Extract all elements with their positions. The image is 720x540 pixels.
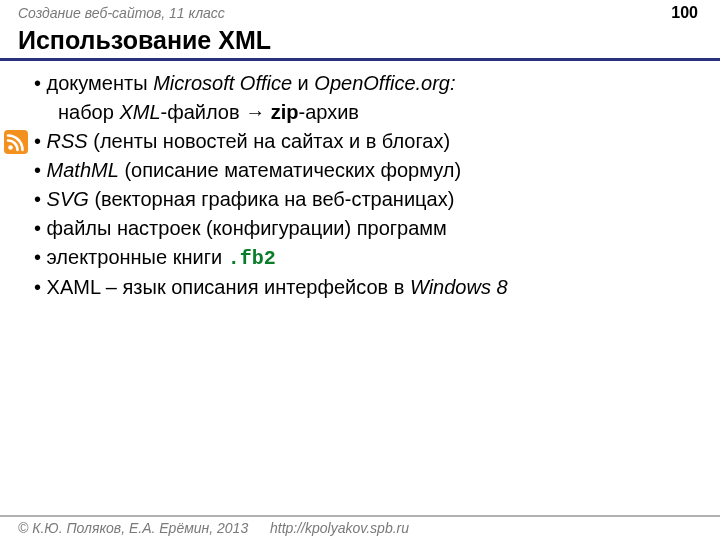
text-italic: Windows 8 — [410, 276, 508, 298]
text-italic: OpenOffice.org: — [314, 72, 455, 94]
bullet-7: XAML – язык описания интерфейсов в Windo… — [34, 273, 702, 302]
text-italic: SVG — [47, 188, 89, 210]
text: (ленты новостей на сайтах и в блогах) — [88, 130, 450, 152]
text-italic: Microsoft Office — [153, 72, 292, 94]
rss-icon — [4, 130, 28, 154]
text: электронные книги — [47, 246, 228, 268]
bullet-5: файлы настроек (конфигурации) программ — [34, 214, 702, 243]
text: (векторная графика на веб-страницах) — [89, 188, 455, 210]
text: (описание математических формул) — [119, 159, 461, 181]
bullet-6: электронные книги .fb2 — [34, 243, 702, 273]
bullet-1-subline: набор XML-файлов → zip-архив — [46, 98, 702, 127]
page-number: 100 — [671, 4, 698, 22]
slide-title: Использование XML — [0, 22, 720, 61]
code-text: .fb2 — [228, 247, 276, 270]
text: XAML – язык описания интерфейсов в — [47, 276, 410, 298]
copyright: © К.Ю. Поляков, Е.А. Ерёмин, 2013 — [18, 520, 248, 536]
text-italic: RSS — [47, 130, 88, 152]
footer-url: http://kpolyakov.spb.ru — [270, 520, 409, 536]
bullet-3: MathML (описание математических формул) — [34, 156, 702, 185]
bullet-2: RSS (ленты новостей на сайтах и в блогах… — [34, 127, 702, 156]
slide: Создание веб-сайтов, 11 класс 100 Исполь… — [0, 0, 720, 540]
text: набор — [58, 101, 119, 123]
text: документы — [47, 72, 154, 94]
content: документы Microsoft Office и OpenOffice.… — [0, 67, 720, 302]
text: -файлов → — [161, 101, 271, 123]
text-italic: MathML — [47, 159, 119, 181]
course-title: Создание веб-сайтов, 11 класс — [18, 5, 225, 21]
text-bold: zip — [271, 101, 299, 123]
bullet-4: SVG (векторная графика на веб-страницах) — [34, 185, 702, 214]
topbar: Создание веб-сайтов, 11 класс 100 — [0, 0, 720, 22]
text: и — [292, 72, 314, 94]
svg-point-1 — [8, 145, 13, 150]
footer: © К.Ю. Поляков, Е.А. Ерёмин, 2013 http:/… — [0, 515, 720, 540]
text: файлы настроек (конфигурации) программ — [47, 217, 447, 239]
svg-rect-0 — [4, 130, 28, 154]
text: -архив — [299, 101, 359, 123]
bullet-1: документы Microsoft Office и OpenOffice.… — [34, 69, 702, 127]
text-italic: XML — [119, 101, 160, 123]
